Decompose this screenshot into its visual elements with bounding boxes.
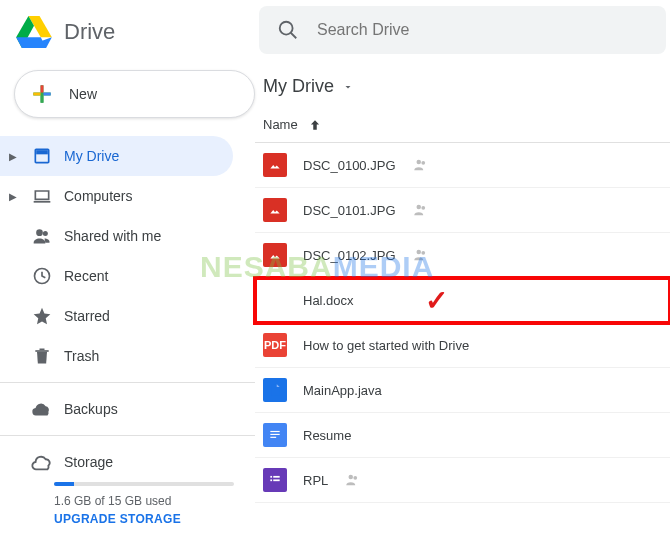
svg-rect-0 [41,85,44,92]
word-file-icon: W [263,288,287,312]
shared-icon [344,471,362,489]
my-drive-icon [30,144,54,168]
svg-point-22 [349,475,354,480]
file-row[interactable]: Resume [255,413,670,458]
svg-rect-15 [270,431,279,432]
sidebar-item-trash[interactable]: Trash [0,336,233,376]
sidebar-item-label: My Drive [64,148,119,164]
breadcrumb[interactable]: My Drive [255,54,670,109]
file-name: DSC_0101.JPG [303,203,396,218]
sidebar-item-my-drive[interactable]: ▶ My Drive [0,136,233,176]
sidebar-item-starred[interactable]: Starred [0,296,233,336]
file-name: DSC_0102.JPG [303,248,396,263]
svg-rect-16 [270,434,279,435]
svg-rect-20 [270,479,272,481]
divider [0,382,255,383]
file-row[interactable]: RPL [255,458,670,503]
svg-point-23 [354,476,358,480]
svg-point-12 [421,206,425,210]
plus-icon [29,81,55,107]
image-file-icon [263,198,287,222]
svg-rect-21 [273,479,279,481]
storage-bar [54,482,234,486]
file-row[interactable]: MainApp.java [255,368,670,413]
storage-bar-fill [54,482,74,486]
new-button[interactable]: New [14,70,255,118]
storage-title: Storage [64,454,113,470]
trash-icon [30,344,54,368]
upgrade-storage-link[interactable]: UPGRADE STORAGE [54,512,235,526]
breadcrumb-title: My Drive [263,76,334,97]
file-name: How to get started with Drive [303,338,469,353]
svg-point-13 [416,250,421,255]
sidebar-item-label: Recent [64,268,108,284]
sidebar-item-label: Trash [64,348,99,364]
star-icon [30,304,54,328]
code-file-icon [263,378,287,402]
divider [0,435,255,436]
computers-icon [30,184,54,208]
svg-point-6 [43,231,48,236]
file-row[interactable]: DSC_0101.JPG [255,188,670,233]
svg-point-8 [280,22,293,35]
logo-row: Drive [0,6,255,62]
sidebar-item-computers[interactable]: ▶ Computers [0,176,233,216]
svg-rect-3 [33,93,40,96]
shared-icon [412,156,430,174]
new-button-label: New [69,86,97,102]
sidebar-item-label: Backups [64,401,118,417]
sidebar-item-label: Shared with me [64,228,161,244]
svg-point-9 [416,160,421,165]
storage-used-text: 1.6 GB of 15 GB used [54,494,235,508]
nav-list: ▶ My Drive ▶ Computers Shared with me Re… [0,136,255,376]
cloud-icon [30,450,54,474]
svg-point-10 [421,161,425,165]
svg-point-5 [36,229,43,236]
recent-icon [30,264,54,288]
file-name: RPL [303,473,328,488]
dropdown-caret-icon[interactable] [342,81,354,93]
search-icon [277,19,299,41]
sidebar-item-backups[interactable]: Backups [0,389,233,429]
file-list: DSC_0100.JPG DSC_0101.JPG DSC_0102.JPG W… [255,143,670,503]
file-name: MainApp.java [303,383,382,398]
column-header-name[interactable]: Name [255,109,670,143]
sidebar-item-label: Computers [64,188,132,204]
drive-logo-icon [16,16,52,48]
form-file-icon [263,468,287,492]
sidebar-item-storage[interactable]: Storage [0,442,233,482]
sidebar-item-recent[interactable]: Recent [0,256,233,296]
file-name: Hal.docx [303,293,354,308]
backups-icon [30,397,54,421]
svg-point-14 [421,251,425,255]
column-header-label: Name [263,117,298,132]
pdf-file-icon: PDF [263,333,287,357]
file-name: DSC_0100.JPG [303,158,396,173]
svg-rect-2 [41,95,44,102]
file-row[interactable]: DSC_0100.JPG [255,143,670,188]
sidebar-item-shared[interactable]: Shared with me [0,216,233,256]
sort-arrow-up-icon[interactable] [308,118,322,132]
file-row[interactable]: DSC_0102.JPG [255,233,670,278]
chevron-right-icon[interactable]: ▶ [6,151,20,162]
storage-block: 1.6 GB of 15 GB used UPGRADE STORAGE [0,482,255,536]
svg-rect-4 [36,150,48,154]
doc-file-icon [263,423,287,447]
svg-point-11 [416,205,421,210]
svg-rect-19 [273,476,279,478]
image-file-icon [263,153,287,177]
file-row[interactable]: PDF How to get started with Drive [255,323,670,368]
shared-icon [412,246,430,264]
sidebar-item-label: Starred [64,308,110,324]
chevron-right-icon[interactable]: ▶ [6,191,20,202]
search-input[interactable] [317,21,648,39]
svg-rect-17 [270,437,276,438]
search-bar[interactable] [259,6,666,54]
svg-rect-1 [43,93,50,96]
file-row[interactable]: W Hal.docx ✓ [255,278,670,323]
svg-rect-18 [270,476,272,478]
image-file-icon [263,243,287,267]
app-name: Drive [64,19,115,45]
file-name: Resume [303,428,351,443]
sidebar: Drive New ▶ My Drive ▶ Computers Shared … [0,0,255,555]
